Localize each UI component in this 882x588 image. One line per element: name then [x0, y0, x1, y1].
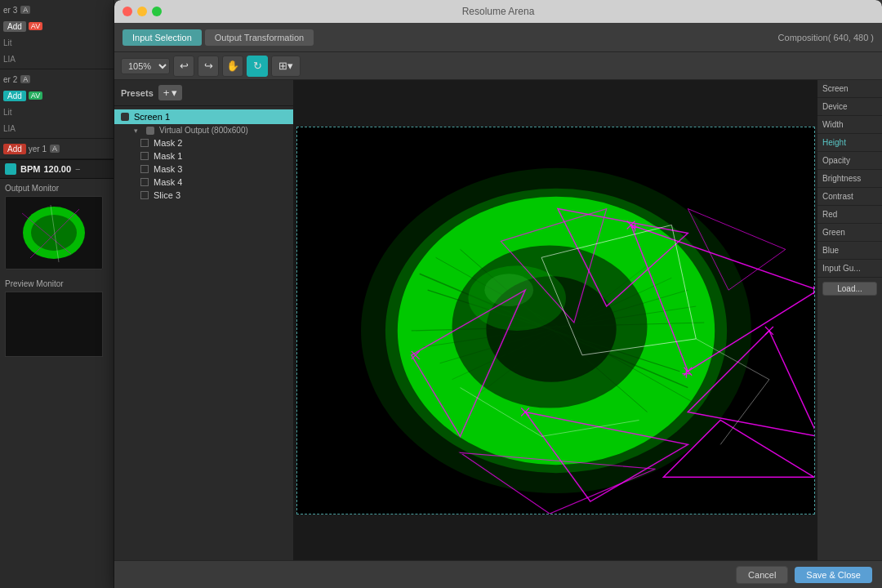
layer-3-label: er 3 [3, 6, 17, 15]
preview-monitor-preview [5, 292, 103, 357]
preview-monitor-section: Preview Monitor [0, 274, 114, 362]
bpm-bar: BPM 120.00 − [0, 159, 114, 179]
rotate-tool-btn[interactable]: ↻ [247, 56, 268, 77]
tab-toolbar: Input Selection Output Transformation Co… [114, 23, 882, 52]
traffic-lights [122, 7, 162, 16]
minimize-button[interactable] [137, 7, 147, 16]
prop-height[interactable]: Height [817, 134, 882, 152]
bpm-label: BPM [20, 164, 40, 174]
layer-group-1: Add yer 1 A [0, 139, 114, 159]
bpm-minus-btn[interactable]: − [75, 164, 80, 174]
visualization-svg [297, 127, 814, 514]
close-button[interactable] [122, 7, 132, 16]
presets-title: Presets [121, 88, 154, 98]
layer-sub-lia-2: LIA [0, 120, 114, 136]
mask-item-mask4[interactable]: Mask 4 [114, 176, 293, 189]
mask3-label: Mask 3 [154, 164, 182, 174]
cancel-btn[interactable]: Cancel [736, 566, 788, 584]
layer-group-3: er 3 A Add AV Lit LIA [0, 0, 114, 69]
mask-item-mask1[interactable]: Mask 1 [114, 149, 293, 163]
svg-point-1 [31, 215, 77, 251]
add-dropdown-icon: ▾ [172, 87, 177, 99]
screen-1-icon [121, 113, 129, 121]
redo-btn[interactable]: ↪ [198, 56, 219, 77]
prop-width[interactable]: Width [817, 116, 882, 134]
mask4-checkbox[interactable] [140, 178, 149, 186]
prop-screen[interactable]: Screen [817, 80, 882, 98]
slice3-checkbox[interactable] [140, 191, 149, 199]
prop-opacity[interactable]: Opacity [817, 152, 882, 170]
output-monitor-preview [5, 196, 103, 270]
prop-device[interactable]: Device [817, 98, 882, 116]
virtual-output-arrow: ▾ [134, 127, 138, 135]
left-panel: er 3 A Add AV Lit LIA er 2 A Add AV Lit … [0, 0, 114, 588]
content-area: Presets + ▾ Screen 1 ▾ Virtual Output (8… [114, 80, 882, 560]
layer-row-2a: er 2 A [0, 71, 114, 87]
preview-monitor-title: Preview Monitor [5, 279, 109, 288]
layer-1-label: yer 1 [29, 145, 47, 154]
layer-row-1: Add yer 1 A [0, 140, 114, 157]
layer-row-2b: Add AV [0, 87, 114, 104]
prop-blue[interactable]: Blue [817, 242, 882, 260]
badge-av-3: AV [29, 22, 42, 30]
mask2-label: Mask 2 [154, 138, 182, 148]
load-btn-container: Load... [817, 278, 882, 300]
slice3-label: Slice 3 [154, 190, 180, 200]
title-bar: Resolume Arena [114, 0, 882, 23]
prop-brightness[interactable]: Brightness [817, 170, 882, 188]
output-monitor-section: Output Monitor [0, 179, 114, 274]
bottom-bar: Cancel Save & Close [114, 560, 882, 588]
tab-output-transformation[interactable]: Output Transformation [205, 29, 314, 46]
undo-btn[interactable]: ↩ [173, 56, 194, 77]
prop-red[interactable]: Red [817, 206, 882, 224]
bpm-indicator [5, 163, 16, 175]
layer-group-2: er 2 A Add AV Lit LIA [0, 69, 114, 139]
save-close-btn[interactable]: Save & Close [795, 567, 872, 583]
layer-row-3b: Add AV [0, 18, 114, 34]
output-monitor-svg [6, 197, 102, 269]
add-btn-1[interactable]: Add [3, 144, 26, 154]
layer-sub-lit-3: Lit [0, 34, 114, 51]
mask4-label: Mask 4 [154, 177, 182, 187]
prop-contrast[interactable]: Contrast [817, 188, 882, 206]
add-btn-2[interactable]: Add [3, 91, 26, 101]
mask-item-mask3[interactable]: Mask 3 [114, 163, 293, 176]
preset-virtual-output[interactable]: ▾ Virtual Output (800x600) [114, 124, 293, 136]
mask2-checkbox[interactable] [140, 139, 149, 147]
sub-lit-2: Lit [3, 108, 12, 117]
sub-lit-3: Lit [3, 38, 12, 47]
mask-item-slice3[interactable]: Slice 3 [114, 189, 293, 202]
svg-point-21 [484, 274, 533, 306]
hand-tool-btn[interactable]: ✋ [222, 56, 243, 77]
maximize-button[interactable] [152, 7, 162, 16]
canvas-area[interactable] [294, 80, 817, 560]
screen-1-label: Screen 1 [134, 112, 170, 122]
prop-green[interactable]: Green [817, 224, 882, 242]
grid-btn[interactable]: ⊞▾ [271, 56, 301, 77]
layer-row-3: er 3 A [0, 2, 114, 18]
preset-screen-1[interactable]: Screen 1 [114, 109, 293, 124]
badge-av-2: AV [29, 91, 42, 100]
mask-item-mask2[interactable]: Mask 2 [114, 136, 293, 149]
add-btn-3[interactable]: Add [3, 21, 26, 32]
sub-lia-2: LIA [3, 124, 16, 133]
composition-info: Composition( 640, 480 ) [778, 33, 874, 42]
add-icon: + [163, 87, 170, 99]
prop-input-gu[interactable]: Input Gu... [817, 260, 882, 278]
mask1-checkbox[interactable] [140, 152, 149, 160]
sub-lia-3: LIA [3, 55, 16, 64]
layer-sub-lit-2: Lit [0, 104, 114, 120]
add-preset-btn[interactable]: + ▾ [158, 85, 182, 100]
mask1-label: Mask 1 [154, 151, 182, 161]
window-title: Resolume Arena [462, 6, 535, 17]
badge-a-3: A [20, 6, 30, 14]
badge-a-2: A [20, 75, 30, 83]
properties-panel: Screen Device Width Height Opacity Brigh… [817, 80, 882, 560]
tab-input-selection[interactable]: Input Selection [122, 29, 202, 46]
mask3-checkbox[interactable] [140, 165, 149, 173]
preset-tree: Screen 1 ▾ Virtual Output (800x600) Mask… [114, 106, 293, 560]
zoom-select[interactable]: 105% 100% 75% 50% [121, 58, 170, 74]
virtual-output-label: Virtual Output (800x600) [159, 126, 248, 135]
layer-sub-lia-3: LIA [0, 51, 114, 67]
load-btn[interactable]: Load... [822, 282, 877, 296]
